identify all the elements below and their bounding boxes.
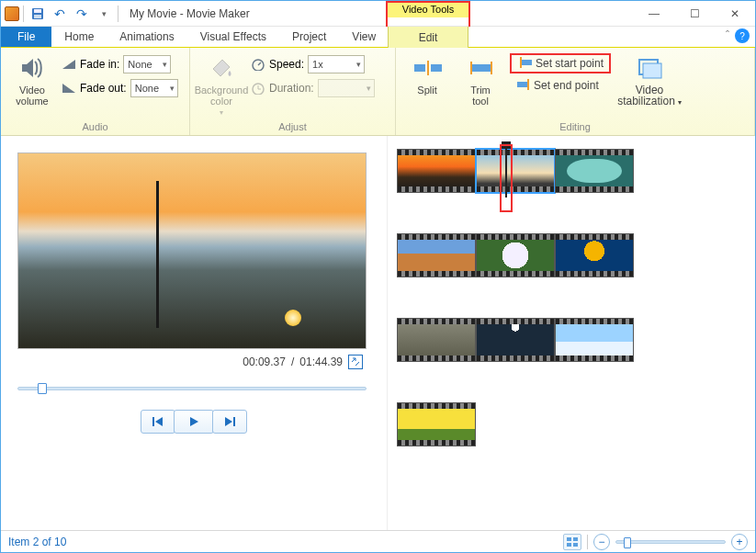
zoom-thumb[interactable] bbox=[624, 537, 631, 548]
window-title: My Movie - Movie Maker bbox=[130, 7, 250, 20]
qat-customize-button[interactable]: ▾ bbox=[94, 4, 114, 24]
qat-redo-button[interactable]: ↷ bbox=[72, 4, 92, 24]
group-editing-label: Editing bbox=[396, 121, 754, 135]
stabilize-icon bbox=[635, 53, 664, 83]
status-bar: Item 2 of 10 − + bbox=[1, 530, 755, 552]
svg-rect-19 bbox=[567, 537, 571, 541]
trim-icon bbox=[466, 53, 495, 83]
fade-out-combo[interactable]: None bbox=[130, 79, 178, 97]
window-maximize-button[interactable]: ☐ bbox=[674, 1, 715, 27]
svg-rect-16 bbox=[643, 63, 661, 78]
set-start-point-button[interactable]: Set start point bbox=[510, 53, 611, 73]
zoom-slider[interactable] bbox=[615, 540, 726, 544]
svg-rect-2 bbox=[34, 15, 41, 18]
timecode-current: 00:09.37 bbox=[243, 356, 286, 368]
status-item-text: Item 2 of 10 bbox=[8, 536, 66, 548]
title-bar: ↶ ↷ ▾ My Movie - Movie Maker Video Tools… bbox=[1, 1, 755, 27]
svg-rect-8 bbox=[471, 64, 491, 72]
timecode-total: 01:44.39 bbox=[299, 356, 343, 368]
speaker-icon bbox=[17, 53, 47, 83]
tab-visual-effects[interactable]: Visual Effects bbox=[187, 27, 279, 47]
timeline-clip[interactable] bbox=[555, 149, 634, 193]
play-button[interactable] bbox=[174, 410, 214, 434]
timeline-clip[interactable] bbox=[397, 402, 476, 446]
timeline-row bbox=[397, 318, 742, 362]
qat-undo-button[interactable]: ↶ bbox=[50, 4, 70, 24]
fade-in-label: Fade in: bbox=[80, 58, 119, 71]
set-end-point-button[interactable]: Set end point bbox=[510, 75, 611, 96]
tab-home[interactable]: Home bbox=[51, 27, 107, 47]
ribbon-collapse-button[interactable]: ˆ bbox=[726, 29, 729, 42]
svg-rect-18 bbox=[233, 417, 235, 426]
fade-out-icon bbox=[62, 81, 76, 96]
duration-combo bbox=[318, 79, 375, 97]
preview-pane: 00:09.37/01:44.39 bbox=[1, 136, 387, 530]
svg-rect-6 bbox=[431, 64, 442, 72]
timeline-row bbox=[397, 233, 742, 277]
timeline-clip-selected[interactable] bbox=[476, 149, 555, 193]
duration-icon bbox=[251, 81, 265, 96]
tab-view[interactable]: View bbox=[339, 27, 389, 47]
svg-rect-5 bbox=[414, 64, 425, 72]
fade-out-label: Fade out: bbox=[80, 82, 127, 95]
video-volume-button[interactable]: Video volume bbox=[8, 51, 56, 107]
fade-in-icon bbox=[62, 57, 76, 72]
thumbnail-view-button[interactable] bbox=[563, 534, 581, 550]
window-close-button[interactable]: ✕ bbox=[715, 1, 755, 27]
timeline-clip[interactable] bbox=[397, 149, 476, 193]
tab-project[interactable]: Project bbox=[279, 27, 339, 47]
svg-rect-1 bbox=[34, 9, 41, 13]
preview-seek-slider[interactable] bbox=[17, 378, 367, 397]
split-icon bbox=[412, 53, 442, 83]
svg-rect-22 bbox=[573, 543, 578, 547]
ribbon: Video volume Fade in: None Fade out: Non… bbox=[1, 48, 755, 136]
split-button[interactable]: Split bbox=[403, 51, 451, 96]
background-color-button[interactable]: Background color ▾ bbox=[197, 51, 245, 117]
timeline-pane[interactable] bbox=[387, 136, 755, 530]
svg-rect-11 bbox=[521, 60, 532, 65]
svg-rect-13 bbox=[517, 82, 528, 87]
group-audio-label: Audio bbox=[1, 121, 189, 135]
tab-edit[interactable]: Edit bbox=[388, 27, 468, 48]
timeline-clip[interactable] bbox=[476, 233, 555, 277]
fullscreen-button[interactable] bbox=[348, 355, 363, 369]
speed-combo[interactable]: 1x bbox=[308, 55, 365, 73]
ribbon-tabs: File Home Animations Visual Effects Proj… bbox=[1, 27, 755, 48]
app-icon bbox=[5, 6, 19, 21]
svg-rect-17 bbox=[152, 417, 154, 426]
zoom-in-button[interactable]: + bbox=[731, 534, 748, 550]
playhead-line[interactable] bbox=[505, 146, 507, 198]
preview-monitor[interactable] bbox=[17, 152, 367, 349]
trim-tool-button[interactable]: Trim tool bbox=[457, 51, 504, 107]
video-stabilization-button[interactable]: Video stabilization ▾ bbox=[616, 51, 683, 108]
next-frame-button[interactable] bbox=[212, 410, 247, 434]
zoom-out-button[interactable]: − bbox=[593, 534, 610, 550]
timeline-clip[interactable] bbox=[555, 318, 634, 362]
tab-file[interactable]: File bbox=[1, 27, 51, 47]
timeline-clip[interactable] bbox=[555, 233, 634, 277]
content-area: 00:09.37/01:44.39 bbox=[1, 136, 755, 530]
svg-rect-20 bbox=[573, 537, 578, 541]
duration-label: Duration: bbox=[269, 82, 314, 95]
qat-save-button[interactable] bbox=[28, 4, 48, 24]
svg-rect-21 bbox=[567, 543, 571, 547]
window-minimize-button[interactable]: — bbox=[634, 1, 674, 27]
set-start-icon bbox=[517, 57, 532, 70]
timeline-clip[interactable] bbox=[397, 318, 476, 362]
speed-icon bbox=[251, 57, 265, 72]
group-adjust-label: Adjust bbox=[190, 121, 395, 135]
timeline-clip[interactable] bbox=[397, 233, 476, 277]
set-end-icon bbox=[515, 79, 530, 92]
tab-animations[interactable]: Animations bbox=[107, 27, 186, 47]
timeline-row bbox=[397, 149, 742, 193]
paint-bucket-icon bbox=[207, 53, 236, 83]
fade-in-combo[interactable]: None bbox=[123, 55, 171, 73]
context-tab-header: Video Tools bbox=[388, 1, 468, 17]
timeline-row bbox=[397, 402, 742, 446]
timeline-clip[interactable] bbox=[476, 318, 555, 362]
prev-frame-button[interactable] bbox=[141, 410, 175, 434]
help-button[interactable]: ? bbox=[735, 28, 750, 43]
seek-thumb[interactable] bbox=[38, 383, 47, 394]
speed-label: Speed: bbox=[269, 58, 304, 71]
